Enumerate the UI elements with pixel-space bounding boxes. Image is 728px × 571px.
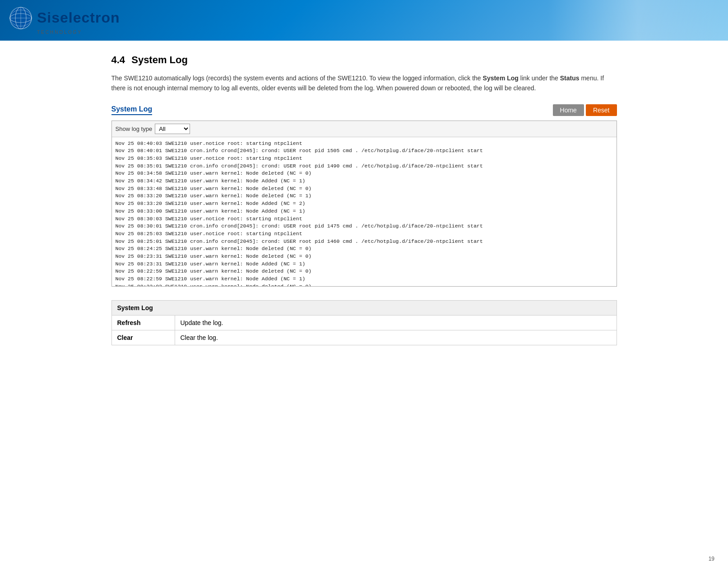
logo-name: Siselectron: [37, 9, 120, 26]
row-desc-clear: Clear the log.: [175, 330, 617, 345]
table-row: Refresh Update the log.: [111, 315, 617, 330]
reset-button[interactable]: Reset: [586, 104, 617, 116]
logo-area: Siselectron TECHNOLOGY: [9, 6, 120, 35]
table-row: Clear Clear the log.: [111, 330, 617, 345]
logo-tagline: TECHNOLOGY: [37, 30, 82, 35]
page-header: Siselectron TECHNOLOGY: [0, 0, 728, 41]
log-filter-bar: Show log type All Notice Info Warning Er…: [112, 121, 617, 137]
row-desc-refresh: Update the log.: [175, 315, 617, 330]
row-label-clear: Clear: [111, 330, 175, 345]
home-button[interactable]: Home: [553, 104, 584, 116]
table-title: System Log: [111, 300, 617, 315]
table-header-row: System Log: [111, 300, 617, 315]
filter-label: Show log type: [116, 125, 153, 132]
info-table: System Log Refresh Update the log. Clear…: [111, 300, 617, 345]
row-label-refresh: Refresh: [111, 315, 175, 330]
section-description: The SWE1210 automatically logs (records)…: [111, 73, 617, 93]
panel-header: System Log Home Reset: [111, 104, 617, 116]
logo-globe-icon: [9, 6, 32, 30]
panel-buttons: Home Reset: [553, 104, 617, 116]
log-text-area[interactable]: Nov 25 08:40:03 SWE1210 user.notice root…: [112, 137, 617, 286]
main-content: 4.4 System Log The SWE1210 automatically…: [93, 41, 635, 359]
panel-title: System Log: [111, 105, 153, 115]
section-title: 4.4 System Log: [111, 54, 617, 66]
log-type-select[interactable]: All Notice Info Warning Error: [155, 124, 190, 134]
log-container: Show log type All Notice Info Warning Er…: [111, 121, 617, 287]
